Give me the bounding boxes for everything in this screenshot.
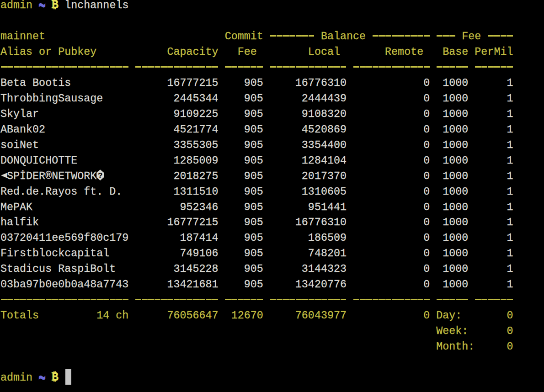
svg-text:?: ?	[98, 171, 103, 180]
